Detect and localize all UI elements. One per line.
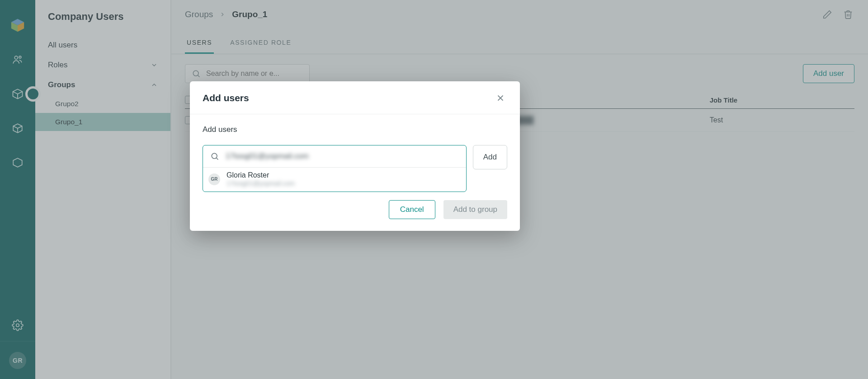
- close-icon: [495, 93, 505, 103]
- modal-title: Add users: [203, 93, 249, 103]
- modal-body: Add users GR Gloria Roster 17toog01@yopm…: [190, 114, 520, 196]
- suggestion-avatar: GR: [208, 173, 220, 185]
- suggestion-email: 17toog01@yopmail.com: [226, 180, 295, 187]
- cancel-button[interactable]: Cancel: [389, 200, 435, 219]
- user-search-combobox: GR Gloria Roster 17toog01@yopmail.com: [203, 145, 467, 192]
- modal-header: Add users: [190, 81, 520, 114]
- modal-search-row: GR Gloria Roster 17toog01@yopmail.com Ad…: [203, 145, 507, 192]
- search-icon: [210, 152, 219, 161]
- add-button[interactable]: Add: [473, 145, 507, 169]
- modal-close-button[interactable]: [494, 91, 507, 105]
- suggestion-text: Gloria Roster 17toog01@yopmail.com: [226, 171, 295, 187]
- add-users-modal: Add users Add users GR Gloria Roster 17t…: [190, 81, 520, 231]
- add-to-group-button[interactable]: Add to group: [443, 200, 507, 219]
- suggestion-item[interactable]: GR Gloria Roster 17toog01@yopmail.com: [203, 167, 466, 192]
- svg-point-15: [212, 153, 217, 159]
- svg-line-16: [217, 158, 218, 160]
- user-search-input[interactable]: [226, 152, 459, 161]
- modal-section-label: Add users: [203, 125, 507, 134]
- modal-footer: Cancel Add to group: [190, 196, 520, 231]
- suggestion-name: Gloria Roster: [226, 171, 295, 179]
